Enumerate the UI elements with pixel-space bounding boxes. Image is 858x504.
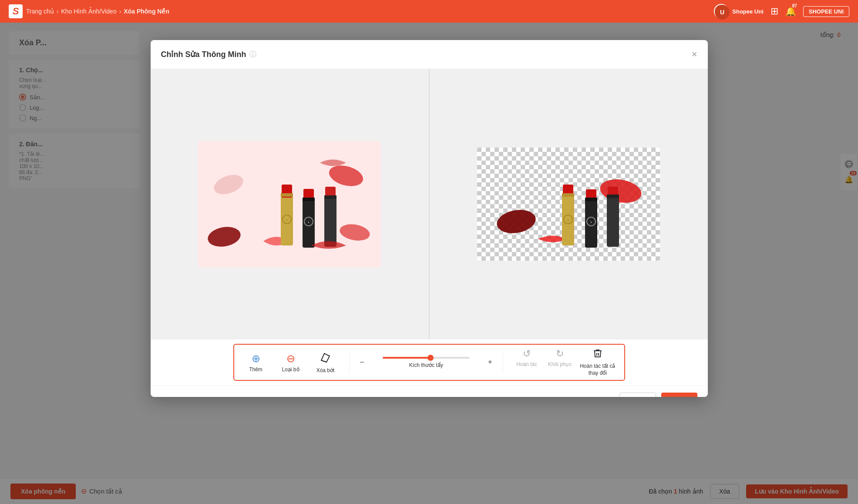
svg-text:♦: ♦ xyxy=(308,220,310,224)
modal-toolbar: ⊕ Thêm ⊖ Loại bỏ Xóa bớt xyxy=(151,339,708,385)
breadcrumb-library[interactable]: Kho Hình Ảnh/Video xyxy=(61,8,116,15)
redo-icon: ↻ xyxy=(556,348,564,360)
modal-title: Chỉnh Sửa Thông Minh xyxy=(161,50,246,59)
uni-avatar: U xyxy=(714,4,729,19)
slider-thumb[interactable] xyxy=(427,355,434,361)
breadcrumb-sep2: › xyxy=(119,8,121,15)
shopee-uni-label: Shopee Uni xyxy=(732,8,764,15)
undo-button[interactable]: ↺ Hoàn tác xyxy=(514,348,540,376)
breadcrumb-sep1: › xyxy=(57,8,59,15)
top-navigation: S Trang chủ › Kho Hình Ảnh/Video › Xóa P… xyxy=(0,0,858,23)
undo-icon: ↺ xyxy=(523,348,531,360)
modal-backdrop: Chỉnh Sửa Thông Minh ⓘ × xyxy=(0,23,858,504)
user-label-button[interactable]: SHOPEE UNI xyxy=(803,6,849,17)
eraser-icon xyxy=(320,352,331,366)
slider-label: Kích thước tẩy xyxy=(409,362,443,368)
redo-button[interactable]: ↻ Khôi phục xyxy=(547,348,573,376)
topnav-right: U Shopee Uni ⊞ 🔔 87 SHOPEE UNI xyxy=(714,4,849,19)
modal-close-button[interactable]: × xyxy=(692,49,697,60)
svg-text:♦: ♦ xyxy=(286,218,288,222)
page-background: Xóa P... 1. Chọ... Chọn loại...xung qu..… xyxy=(0,23,858,504)
add-circle-icon: ⊕ xyxy=(252,353,260,365)
divider-2 xyxy=(503,352,503,373)
processed-image-panel: ♦ ♦ xyxy=(430,69,708,339)
svg-rect-29 xyxy=(562,193,574,197)
remove-tool-button[interactable]: ⊖ Loại bỏ xyxy=(278,353,304,373)
reset-all-button[interactable]: Hoàn tác tất cảthay đổi xyxy=(580,348,615,376)
grid-icon[interactable]: ⊞ xyxy=(771,6,778,17)
remove-circle-icon: ⊖ xyxy=(286,353,295,365)
modal-footer: Hủy Lưu xyxy=(151,385,708,397)
svg-text:♦: ♦ xyxy=(567,218,569,222)
toolbar-inner: ⊕ Thêm ⊖ Loại bỏ Xóa bớt xyxy=(233,344,625,381)
original-image: ♦ ♦ xyxy=(198,141,381,267)
erase-tool-button[interactable]: Xóa bớt xyxy=(313,352,339,373)
modal-header: Chỉnh Sửa Thông Minh ⓘ × xyxy=(151,40,708,69)
size-slider[interactable] xyxy=(383,357,470,359)
breadcrumb-current: Xóa Phông Nền xyxy=(124,8,169,15)
action-buttons: ↺ Hoàn tác ↻ Khôi phục xyxy=(514,348,615,376)
slider-container: Kích thước tẩy xyxy=(368,357,485,368)
svg-line-41 xyxy=(321,360,326,362)
slider-plus-button[interactable]: + xyxy=(488,358,493,367)
processed-image: ♦ ♦ xyxy=(477,148,660,261)
breadcrumb: Trang chủ › Kho Hình Ảnh/Video › Xóa Phô… xyxy=(26,8,169,15)
smart-edit-modal: Chỉnh Sửa Thông Minh ⓘ × xyxy=(151,40,708,397)
svg-rect-12 xyxy=(303,198,315,201)
slider-fill xyxy=(383,357,431,359)
trash-icon xyxy=(592,348,603,361)
modal-body: ♦ ♦ xyxy=(151,69,708,339)
erase-tool-label: Xóa bớt xyxy=(316,367,335,373)
add-tool-button[interactable]: ⊕ Thêm xyxy=(243,353,269,373)
undo-label: Hoàn tác xyxy=(516,361,537,367)
breadcrumb-home[interactable]: Trang chủ xyxy=(26,8,54,15)
slider-minus-button[interactable]: − xyxy=(360,358,365,367)
redo-label: Khôi phục xyxy=(548,361,572,367)
svg-text:♦: ♦ xyxy=(590,220,592,224)
divider-1 xyxy=(349,352,350,373)
reset-all-label: Hoàn tác tất cảthay đổi xyxy=(580,363,615,376)
shopee-logo[interactable]: S xyxy=(9,4,23,18)
svg-rect-32 xyxy=(585,198,597,201)
svg-rect-9 xyxy=(281,193,293,197)
svg-rect-33 xyxy=(607,195,619,247)
original-image-panel: ♦ ♦ xyxy=(151,69,430,339)
notification-badge: 87 xyxy=(791,3,799,8)
slider-section: − Kích thước tẩy + xyxy=(360,357,493,368)
svg-text:U: U xyxy=(720,9,724,16)
svg-rect-35 xyxy=(607,195,619,198)
cancel-button[interactable]: Hủy xyxy=(619,393,656,397)
original-image-svg: ♦ ♦ xyxy=(198,141,381,267)
processed-image-svg: ♦ ♦ xyxy=(477,148,660,261)
svg-rect-15 xyxy=(324,195,336,199)
save-button[interactable]: Lưu xyxy=(661,393,697,397)
svg-rect-13 xyxy=(324,195,336,247)
notification-bell-icon[interactable]: 🔔 87 xyxy=(785,6,796,17)
remove-tool-label: Loại bỏ xyxy=(282,366,299,373)
add-tool-label: Thêm xyxy=(249,366,262,373)
modal-help-icon[interactable]: ⓘ xyxy=(249,50,256,59)
shopee-uni-section: U Shopee Uni xyxy=(714,4,764,19)
